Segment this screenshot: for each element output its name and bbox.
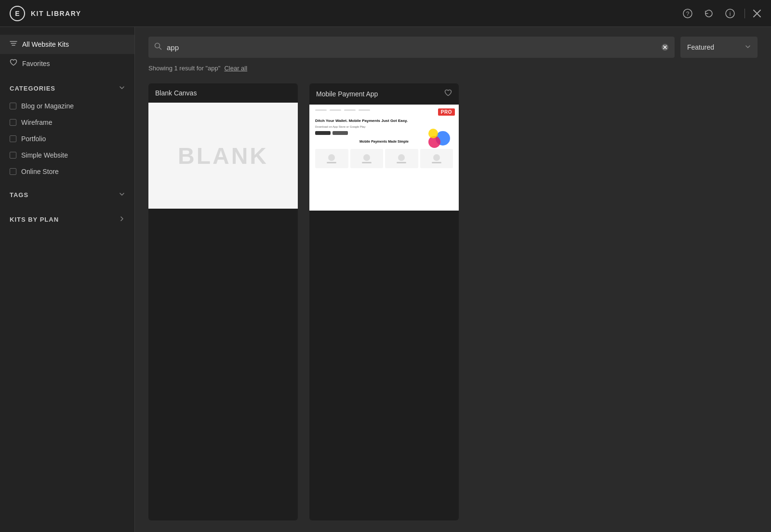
kits-by-plan-chevron-icon (119, 216, 125, 223)
header: E KIT LIBRARY ? i (0, 0, 771, 27)
kit-name-blank: Blank Canvas (155, 89, 197, 97)
search-icon (154, 42, 162, 52)
dropdown-arrow-icon (745, 43, 751, 51)
kits-grid: Blank Canvas BLANK Mobile Payment App (135, 72, 771, 532)
thumb-nav (315, 109, 453, 111)
svg-line-10 (160, 48, 161, 50)
online-store-checkbox[interactable] (10, 168, 16, 175)
kit-card-blank-canvas[interactable]: Blank Canvas BLANK (148, 83, 298, 520)
header-left: E KIT LIBRARY (10, 6, 81, 21)
thumb-hero-text: Ditch Your Wallet. Mobile Payments Just … (315, 119, 408, 135)
portfolio-label: Portfolio (21, 135, 46, 143)
thumb-illustration (426, 126, 455, 155)
svg-text:i: i (730, 11, 731, 17)
kit-thumbnail-blank: BLANK (148, 103, 298, 209)
thumb-cta-buttons (315, 131, 408, 135)
refresh-button[interactable] (702, 7, 716, 20)
kit-card-mobile-payment[interactable]: Mobile Payment App PRO (309, 83, 459, 520)
thumb-icon-label-1 (327, 162, 336, 163)
search-clear-button[interactable] (661, 43, 669, 51)
main-layout: All Website Kits Favorites CATEGORIES (0, 27, 771, 532)
thumb-btn-appstore (315, 131, 331, 135)
thumb-icon-label-2 (362, 162, 372, 163)
tags-label: TAGS (10, 191, 28, 199)
simple-website-label: Simple Website (21, 151, 68, 159)
thumb-icon-label-4 (432, 162, 441, 163)
thumb-btn-google (332, 131, 348, 135)
tags-section: TAGS (0, 186, 134, 204)
mobile-payment-preview: PRO Di (309, 105, 459, 211)
search-box (148, 37, 675, 58)
svg-text:?: ? (686, 11, 690, 17)
blog-checkbox[interactable] (10, 103, 16, 109)
simple-website-checkbox[interactable] (10, 152, 16, 159)
kit-card-header-mobile: Mobile Payment App (309, 83, 459, 105)
thumb-hero: Ditch Your Wallet. Mobile Payments Just … (309, 117, 459, 137)
thumb-icon-card-1 (315, 149, 348, 168)
app-icon: E (10, 6, 25, 21)
tags-header[interactable]: TAGS (0, 186, 134, 204)
sort-label: Featured (687, 43, 714, 51)
pro-badge: PRO (438, 108, 455, 116)
clear-all-button[interactable]: Clear all (224, 65, 247, 72)
filter-simple-website[interactable]: Simple Website (0, 147, 134, 163)
help-button[interactable]: ? (681, 7, 694, 20)
filter-portfolio[interactable]: Portfolio (0, 131, 134, 147)
blog-label: Blog or Magazine (21, 102, 74, 110)
header-divider (744, 9, 745, 18)
kit-name-mobile: Mobile Payment App (316, 90, 378, 98)
info-button[interactable]: i (723, 7, 737, 20)
thumb-icon-shape-3 (398, 154, 405, 161)
header-actions: ? i (681, 7, 761, 20)
categories-header[interactable]: CATEGORIES (0, 79, 134, 98)
search-area: Featured (135, 27, 771, 58)
sidebar-item-all-kits[interactable]: All Website Kits (0, 35, 134, 54)
app-title: KIT LIBRARY (31, 10, 81, 17)
thumb-icon-card-3 (385, 149, 418, 168)
thumb-icon-shape-2 (363, 154, 370, 161)
kit-thumbnail-mobile: PRO Di (309, 105, 459, 211)
all-kits-label: All Website Kits (22, 40, 69, 48)
heart-icon (10, 59, 17, 68)
tags-chevron-icon (119, 191, 125, 199)
sidebar-item-favorites[interactable]: Favorites (0, 54, 134, 73)
thumb-nav-area (309, 105, 459, 117)
wireframe-checkbox[interactable] (10, 119, 16, 126)
filter-blog[interactable]: Blog or Magazine (0, 98, 134, 114)
filter-online-store[interactable]: Online Store (0, 163, 134, 180)
kits-by-plan-label: KITS BY PLAN (10, 216, 59, 223)
kits-by-plan-section: KITS BY PLAN (0, 210, 134, 229)
illus-yellow (428, 129, 438, 138)
portfolio-checkbox[interactable] (10, 135, 16, 142)
main-content: Featured Showing 1 result for "app" Clea… (135, 27, 771, 532)
thumb-icon-card-2 (350, 149, 384, 168)
favorite-button-mobile[interactable] (444, 89, 452, 99)
nav-dot-3 (344, 109, 356, 111)
results-info: Showing 1 result for "app" Clear all (135, 58, 771, 72)
filter-icon (10, 40, 17, 49)
thumb-hero-title: Ditch Your Wallet. Mobile Payments Just … (315, 119, 408, 123)
nav-dot-4 (359, 109, 370, 111)
sidebar: All Website Kits Favorites CATEGORIES (0, 27, 135, 532)
results-text: Showing 1 result for "app" (148, 65, 220, 72)
thumb-icon-label-3 (397, 162, 406, 163)
filter-wireframe[interactable]: Wireframe (0, 114, 134, 131)
categories-label: CATEGORIES (10, 85, 55, 92)
nav-dot-1 (315, 109, 327, 111)
sort-dropdown[interactable]: Featured (680, 37, 758, 58)
thumb-icon-shape-1 (328, 154, 335, 161)
favorites-label: Favorites (22, 60, 50, 67)
search-input[interactable] (167, 43, 656, 52)
blank-text: BLANK (178, 143, 268, 169)
blank-canvas-preview: BLANK (148, 103, 298, 209)
categories-chevron-icon (119, 85, 125, 92)
kit-card-header-blank: Blank Canvas (148, 83, 298, 103)
nav-dot-2 (330, 109, 341, 111)
kits-by-plan-header[interactable]: KITS BY PLAN (0, 210, 134, 229)
wireframe-label: Wireframe (21, 119, 53, 126)
close-button[interactable] (753, 9, 761, 18)
thumb-hero-body: Download on App Store or Google Play (315, 125, 408, 128)
online-store-label: Online Store (21, 168, 59, 175)
categories-section: CATEGORIES Blog or Magazine Wireframe Po… (0, 79, 134, 180)
